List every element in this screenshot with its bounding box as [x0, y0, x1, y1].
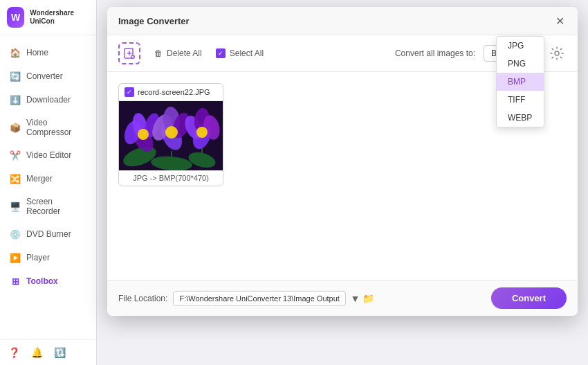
sidebar-footer: ❓ 🔔 🔃	[0, 339, 96, 365]
svg-point-6	[555, 51, 559, 55]
select-all-button[interactable]: ✓ Select All	[216, 48, 264, 58]
sidebar-item-merger[interactable]: 🔀 Merger	[0, 167, 96, 190]
browse-folder-button[interactable]: 📁	[362, 293, 374, 304]
convert-all-label: Convert all images to:	[395, 48, 475, 58]
sidebar-label-screen-recorder: Screen Recorder	[26, 197, 86, 216]
settings-icon	[549, 46, 564, 61]
downloader-icon: ⬇️	[10, 94, 21, 105]
sidebar-label-video-editor: Video Editor	[26, 150, 71, 160]
feedback-icon[interactable]: 🔃	[54, 347, 66, 358]
sidebar: W Wondershare UniCon 🏠 Home 🔄 Converter …	[0, 0, 97, 365]
image-converter-dialog: Image Converter ✕ 🗑 Delete All ✓	[107, 7, 578, 316]
file-card-header: ✓ record-screen22.JPG	[119, 84, 223, 101]
sidebar-label-dvd-burner: DVD Burner	[26, 229, 71, 239]
sidebar-label-merger: Merger	[26, 174, 53, 184]
sidebar-label-downloader: Downloader	[26, 95, 71, 105]
video-compressor-icon: 📦	[10, 122, 21, 133]
sidebar-item-video-compressor[interactable]: 📦 Video Compressor	[0, 112, 96, 143]
sidebar-item-home[interactable]: 🏠 Home	[0, 41, 96, 64]
dropdown-item-jpg[interactable]: JPG	[497, 37, 544, 55]
convert-button[interactable]: Convert	[491, 287, 567, 309]
folder-button[interactable]: ▼	[350, 293, 360, 304]
sidebar-nav: 🏠 Home 🔄 Converter ⬇️ Downloader 📦 Video…	[0, 35, 96, 339]
notification-icon[interactable]: 🔔	[31, 347, 43, 358]
delete-all-button[interactable]: 🗑 Delete All	[149, 46, 208, 61]
dropdown-item-webp[interactable]: WEBP	[497, 109, 544, 127]
app-title: Wondershare UniCon	[30, 9, 89, 26]
add-file-button[interactable]	[118, 42, 140, 64]
file-conversion-label: JPG -> BMP(700*470)	[119, 170, 223, 186]
converter-icon: 🔄	[10, 71, 21, 82]
sidebar-item-screen-recorder[interactable]: 🖥️ Screen Recorder	[0, 190, 96, 222]
sidebar-item-player[interactable]: ▶️ Player	[0, 246, 96, 269]
sidebar-label-toolbox: Toolbox	[26, 276, 58, 286]
file-thumbnail	[119, 101, 223, 170]
file-checkbox-icon: ✓	[125, 87, 134, 97]
dvd-burner-icon: 💿	[10, 229, 21, 240]
sidebar-label-home: Home	[26, 48, 48, 57]
dropdown-item-tiff[interactable]: TIFF	[497, 91, 544, 109]
select-all-label: Select All	[230, 48, 264, 58]
sidebar-item-toolbox[interactable]: ⊞ Toolbox	[0, 269, 96, 293]
player-icon: ▶️	[10, 252, 21, 263]
dialog-title: Image Converter	[118, 16, 553, 26]
help-icon[interactable]: ❓	[8, 347, 20, 358]
dialog-footer: File Location: ▼ 📁 Convert	[107, 280, 578, 316]
sidebar-item-video-editor[interactable]: ✂️ Video Editor	[0, 143, 96, 167]
file-location-input[interactable]	[173, 291, 346, 306]
checkbox-checked-icon: ✓	[216, 48, 226, 58]
file-card[interactable]: ✓ record-screen22.JPG	[118, 83, 223, 186]
sidebar-label-converter: Converter	[26, 71, 63, 81]
svg-point-20	[165, 126, 178, 139]
main-content: Image Converter ✕ 🗑 Delete All ✓	[97, 0, 588, 365]
dialog-titlebar: Image Converter ✕	[107, 7, 578, 35]
sidebar-label-player: Player	[26, 253, 50, 262]
video-editor-icon: ✂️	[10, 150, 21, 161]
file-location-label: File Location:	[118, 294, 167, 303]
app-header: W Wondershare UniCon	[0, 0, 96, 35]
close-button[interactable]: ✕	[553, 14, 567, 28]
dropdown-item-png[interactable]: PNG	[497, 55, 544, 73]
svg-point-15	[138, 129, 149, 140]
sidebar-label-video-compressor: Video Compressor	[26, 118, 86, 137]
svg-point-25	[196, 127, 208, 138]
home-icon: 🏠	[10, 47, 21, 58]
file-name: record-screen22.JPG	[138, 88, 210, 96]
flower-image	[119, 101, 223, 170]
dropdown-item-bmp[interactable]: BMP	[497, 73, 544, 91]
toolbox-icon: ⊞	[10, 276, 21, 287]
trash-icon: 🗑	[154, 48, 163, 58]
delete-all-label: Delete All	[167, 48, 202, 58]
add-file-icon	[123, 47, 136, 60]
screen-recorder-icon: 🖥️	[10, 201, 21, 212]
sidebar-item-dvd-burner[interactable]: 💿 DVD Burner	[0, 222, 96, 246]
settings-button[interactable]	[547, 44, 567, 63]
app-logo: W	[7, 7, 24, 28]
format-dropdown-menu: JPG PNG BMP TIFF WEBP	[496, 36, 544, 127]
sidebar-item-converter[interactable]: 🔄 Converter	[0, 64, 96, 88]
merger-icon: 🔀	[10, 173, 21, 184]
sidebar-item-downloader[interactable]: ⬇️ Downloader	[0, 88, 96, 112]
